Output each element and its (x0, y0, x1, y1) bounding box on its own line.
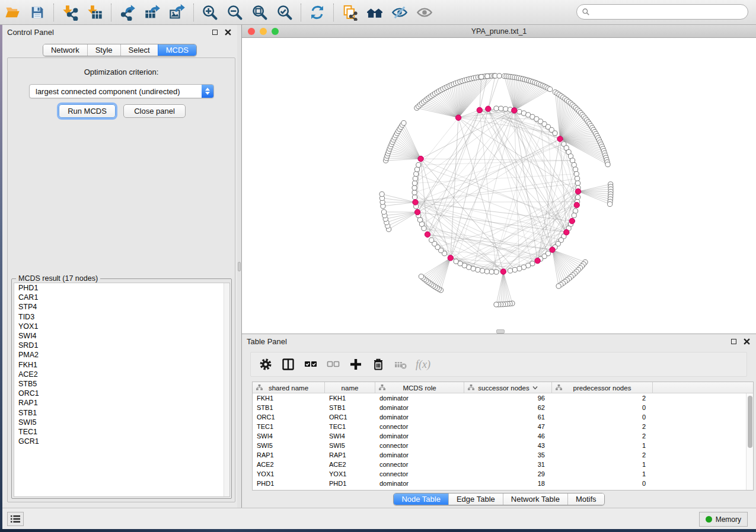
save-session-icon[interactable] (27, 2, 47, 23)
mcds-result-item[interactable]: ACE2 (14, 370, 229, 379)
network-node[interactable] (429, 238, 434, 242)
mcds-result-item[interactable]: SWI5 (14, 418, 229, 427)
network-node[interactable] (575, 195, 580, 200)
tab-select[interactable]: Select (120, 44, 158, 56)
network-node[interactable] (494, 270, 499, 274)
network-node[interactable] (508, 268, 512, 273)
network-node[interactable] (476, 267, 480, 272)
search-input[interactable] (590, 6, 748, 18)
network-node[interactable] (480, 268, 484, 273)
network-node[interactable] (484, 269, 489, 274)
network-node[interactable] (494, 106, 499, 111)
close-panel-icon[interactable] (223, 27, 232, 37)
mcds-dominator-node[interactable] (455, 115, 461, 120)
mcds-result-item[interactable]: RAP1 (14, 398, 229, 408)
network-node[interactable] (485, 74, 490, 79)
close-panel-button[interactable]: Close panel (123, 104, 186, 118)
close-window-button[interactable] (248, 28, 255, 35)
table-tab-edge-table[interactable]: Edge Table (448, 493, 503, 505)
run-mcds-button[interactable]: Run MCDS (59, 104, 116, 118)
zoom-in-icon[interactable] (200, 2, 220, 23)
mcds-dominator-node[interactable] (557, 136, 563, 142)
export-network-icon[interactable] (117, 2, 138, 23)
mcds-result-item[interactable]: TEC1 (14, 427, 229, 437)
table-row[interactable]: ACE2ACE2connector311 (253, 460, 753, 469)
network-node[interactable] (412, 181, 417, 185)
table-tab-motifs[interactable]: Motifs (567, 493, 604, 505)
mcds-dominator-node[interactable] (575, 189, 580, 194)
network-node[interactable] (517, 110, 522, 114)
deselect-all-icon[interactable] (324, 355, 342, 373)
mcds-dominator-node[interactable] (500, 269, 506, 274)
split-panel-icon[interactable] (279, 355, 297, 373)
network-node[interactable] (412, 185, 417, 190)
network-node[interactable] (573, 209, 578, 213)
add-column-icon[interactable] (347, 355, 365, 373)
tab-mcds[interactable]: MCDS (158, 44, 196, 56)
mcds-dominator-node[interactable] (425, 232, 430, 237)
mcds-result-item[interactable]: SWI4 (14, 331, 229, 341)
mcds-dominator-node[interactable] (448, 255, 453, 261)
table-row[interactable]: SWI5SWI5connector431 (253, 441, 753, 450)
delete-column-icon[interactable] (369, 355, 387, 373)
network-node[interactable] (574, 172, 579, 177)
table-row[interactable]: ORC1ORC1dominator610 (253, 412, 753, 422)
mcds-dominator-node[interactable] (574, 202, 579, 207)
mcds-result-item[interactable]: PMA2 (14, 350, 229, 360)
network-node[interactable] (416, 162, 421, 167)
network-node[interactable] (572, 162, 576, 167)
import-table-icon[interactable] (85, 2, 105, 23)
network-node[interactable] (471, 266, 476, 271)
table-row[interactable]: RAP1RAP1dominator352 (253, 450, 753, 460)
table-tab-network-table[interactable]: Network Table (503, 493, 567, 505)
mcds-result-item[interactable]: STB1 (14, 408, 229, 418)
vertical-splitter[interactable] (237, 25, 242, 508)
mcds-result-item[interactable]: TID3 (14, 312, 229, 322)
network-node[interactable] (494, 302, 499, 307)
first-neighbors-icon[interactable] (365, 2, 385, 23)
maximize-window-button[interactable] (272, 28, 279, 35)
mcds-result-item[interactable]: CAR1 (14, 293, 229, 302)
column-header-shared-name[interactable]: shared name (253, 382, 325, 393)
settings-gear-icon[interactable] (257, 355, 275, 373)
network-window-titlebar[interactable]: YPA_prune.txt_1 (242, 25, 756, 38)
network-node[interactable] (499, 106, 503, 111)
table-scrollbar[interactable] (746, 393, 753, 490)
network-node[interactable] (553, 131, 557, 136)
new-network-from-selection-icon[interactable] (340, 2, 360, 23)
table-scrollbar-thumb[interactable] (748, 396, 752, 448)
mcds-dominator-node[interactable] (535, 258, 540, 263)
mcds-dominator-node[interactable] (486, 106, 491, 111)
network-node[interactable] (556, 284, 561, 289)
float-panel-icon[interactable] (210, 27, 219, 37)
optimization-criterion-select[interactable]: largest connected component (undirected) (29, 84, 214, 98)
mcds-dominator-node[interactable] (512, 108, 517, 113)
column-header-MCDS-role[interactable]: MCDS role (375, 382, 464, 393)
mcds-result-item[interactable]: ORC1 (14, 389, 229, 398)
column-header-predecessor-nodes[interactable]: predecessor nodes (552, 382, 653, 393)
mcds-dominator-node[interactable] (564, 229, 569, 235)
table-tab-node-table[interactable]: Node Table (394, 493, 448, 505)
network-node[interactable] (497, 73, 502, 78)
network-node[interactable] (379, 192, 384, 197)
table-row[interactable]: YOX1YOX1connector291 (253, 469, 753, 479)
network-node[interactable] (503, 107, 508, 111)
network-node[interactable] (412, 195, 417, 200)
network-node[interactable] (573, 167, 578, 172)
mcds-dominator-node[interactable] (477, 107, 482, 113)
column-header-name[interactable]: name (325, 382, 375, 393)
tab-network[interactable]: Network (43, 44, 87, 56)
network-node[interactable] (489, 270, 494, 274)
zoom-fit-icon[interactable] (250, 2, 270, 23)
zoom-out-icon[interactable] (225, 2, 245, 23)
minimize-window-button[interactable] (260, 28, 267, 35)
network-node[interactable] (414, 167, 419, 172)
mcds-result-item[interactable]: GCR1 (14, 437, 229, 446)
mcds-result-item[interactable]: STB5 (14, 379, 229, 389)
export-table-icon[interactable] (142, 2, 162, 23)
network-node[interactable] (575, 176, 580, 181)
network-node[interactable] (570, 158, 575, 163)
network-node[interactable] (413, 176, 417, 181)
network-node[interactable] (381, 210, 386, 214)
network-node[interactable] (419, 274, 423, 279)
